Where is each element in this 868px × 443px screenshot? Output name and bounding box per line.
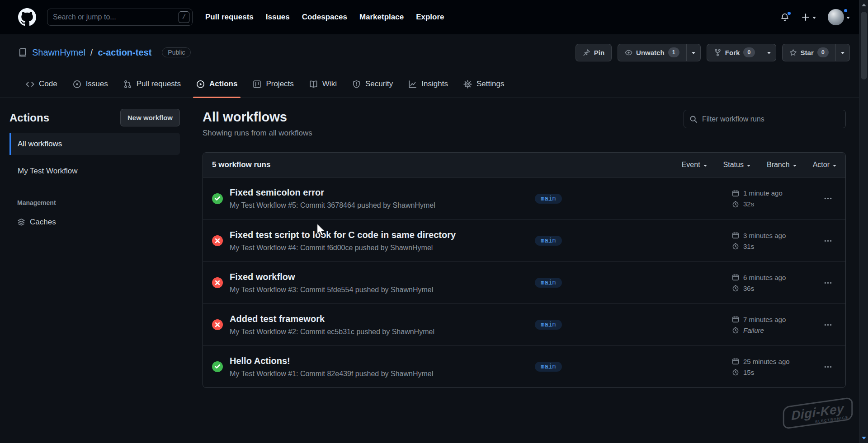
check-circle-icon [212,193,223,204]
x-circle-icon [212,319,223,330]
chevron-down-icon [812,17,816,19]
github-mark-icon [18,8,36,26]
chevron-down-icon [703,165,707,167]
eye-icon [625,49,632,56]
tab-actions[interactable]: Actions [189,70,245,98]
run-title-link[interactable]: Fixed semicolon error [230,187,528,198]
global-search[interactable]: / [47,9,193,26]
run-times: 7 minutes ago Failure [732,316,810,334]
nav-marketplace[interactable]: Marketplace [359,13,404,22]
repo-owner-link[interactable]: ShawnHymel [32,47,85,58]
nav-codespaces[interactable]: Codespaces [302,13,347,22]
fork-button[interactable]: Fork 0 [707,44,762,61]
run-title-link[interactable]: Fixed test script to look for C code in … [230,230,528,240]
scroll-down-arrow[interactable] [862,437,866,439]
branch-badge[interactable]: main [535,320,562,330]
workflow-runs-table: 5 workflow runs Event Status Branch Acto… [203,152,846,388]
actions-main: All workflows Showing runs from all work… [191,98,868,443]
chevron-down-icon [833,165,836,167]
management-section-label: Management [17,199,180,206]
run-status-icon [212,319,223,330]
run-title-link[interactable]: Hello Actions! [230,356,528,366]
kebab-icon [824,321,832,329]
star-button-group: Star 0 [782,44,850,61]
run-options-button[interactable] [810,177,845,219]
star-label: Star [801,49,814,56]
watch-options-button[interactable] [686,44,701,61]
pin-label: Pin [594,49,604,56]
fork-options-button[interactable] [762,44,776,61]
tab-issues[interactable]: Issues [65,70,116,98]
scrollbar-thumb[interactable] [861,12,867,79]
github-logo[interactable] [18,8,36,26]
run-duration: 32s [743,200,754,208]
tab-security[interactable]: Security [344,70,401,98]
chevron-down-icon [793,165,797,167]
workflow-run-row: Fixed semicolon error My Test Workflow #… [203,177,845,219]
runs-count: 5 workflow runs [212,160,270,169]
new-workflow-button[interactable]: New workflow [120,109,180,126]
sidebar-title: Actions [9,112,49,124]
unwatch-button[interactable]: Unwatch 1 [618,44,687,61]
tab-wiki[interactable]: Wiki [302,70,344,98]
run-options-button[interactable] [810,304,845,345]
tab-projects[interactable]: Projects [245,70,301,98]
branch-badge[interactable]: main [535,362,562,372]
search-input[interactable] [53,13,175,21]
workflow-run-row: Hello Actions! My Test Workflow #1: Comm… [203,345,845,387]
repo-name-link[interactable]: c-action-test [98,47,151,58]
filter-actor-dropdown[interactable]: Actor [813,161,836,169]
branch-badge[interactable]: main [535,278,562,288]
runs-filters: Event Status Branch Actor [682,161,836,169]
runs-table-header: 5 workflow runs Event Status Branch Acto… [203,153,845,177]
pull-request-icon [123,80,132,89]
branch-badge[interactable]: main [535,194,562,204]
run-meta: My Test Workflow #2: Commit ec5b31c push… [230,328,528,336]
tab-insights[interactable]: Insights [401,70,456,98]
tab-code[interactable]: Code [18,70,65,98]
branch-badge[interactable]: main [535,236,562,246]
chevron-down-icon [846,17,850,19]
sidebar-item-all-workflows[interactable]: All workflows [9,133,180,155]
repo-header: ShawnHymel / c-action-test Public Pin Un… [0,34,868,70]
notifications-button[interactable] [780,13,789,22]
run-duration: 31s [743,242,754,250]
filter-event-dropdown[interactable]: Event [682,161,707,169]
tab-pull-requests[interactable]: Pull requests [116,70,189,98]
kebab-icon [824,194,832,203]
run-options-button[interactable] [810,220,845,261]
run-meta: My Test Workflow #4: Commit f6d00ce push… [230,244,528,252]
fork-label: Fork [725,49,740,56]
scroll-up-arrow[interactable] [862,4,866,6]
sidebar-item-my-test-workflow[interactable]: My Test Workflow [9,160,180,182]
notification-dot [787,11,792,16]
filter-branch-dropdown[interactable]: Branch [767,161,797,169]
scrollbar[interactable] [859,0,868,443]
run-title-link[interactable]: Added test framework [230,314,528,324]
header-right [780,9,850,25]
nav-explore[interactable]: Explore [416,13,444,22]
tab-settings[interactable]: Settings [456,70,512,98]
shield-icon [352,80,361,89]
filter-status-dropdown[interactable]: Status [723,161,750,169]
create-new-button[interactable] [801,13,816,22]
run-duration: 36s [743,284,754,292]
nav-pull-requests[interactable]: Pull requests [205,13,254,22]
run-title-link[interactable]: Fixed workflow [230,272,528,282]
sidebar-item-caches[interactable]: Caches [17,213,191,232]
pin-button[interactable]: Pin [576,44,612,61]
star-options-button[interactable] [835,44,850,61]
filter-runs-input[interactable] [702,115,840,123]
chevron-down-icon [692,52,695,54]
actions-sidebar: Actions New workflow All workflows My Te… [0,98,191,443]
run-options-button[interactable] [810,262,845,303]
user-menu-button[interactable] [828,9,850,25]
chevron-down-icon [767,52,771,54]
check-circle-icon [212,361,223,372]
stack-icon [17,218,25,226]
filter-workflow-runs[interactable] [684,110,846,128]
run-status-icon [212,277,223,288]
nav-issues[interactable]: Issues [266,13,290,22]
star-button[interactable]: Star 0 [782,44,836,61]
run-options-button[interactable] [810,346,845,387]
